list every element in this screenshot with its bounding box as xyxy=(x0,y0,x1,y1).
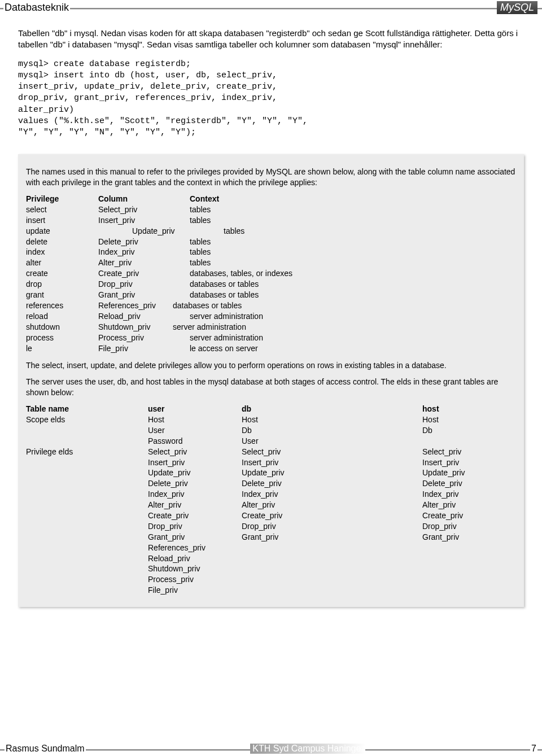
footer-author: Rasmus Sundmalm xyxy=(5,744,86,754)
header-right-badge: MySQL xyxy=(497,1,537,14)
header-rule xyxy=(0,8,542,10)
col-header-db: db xyxy=(242,404,422,414)
table-row: References_priv xyxy=(26,543,516,553)
table-row: UserDbDb xyxy=(26,425,516,436)
table-row: Scope eldsHostHostHost xyxy=(26,414,516,425)
box-paragraph-2: The select, insert, update, and delete p… xyxy=(26,360,516,371)
header-left-label: Databasteknik xyxy=(3,2,70,14)
table-row: alterAlter_privtables xyxy=(26,257,516,268)
table-row: Process_priv xyxy=(26,574,516,585)
table-row: Reload_priv xyxy=(26,553,516,564)
page-header: Databasteknik MySQL xyxy=(0,0,542,15)
table-row: Privilege eldsSelect_privSelect_privSele… xyxy=(26,447,516,457)
col-header-user: user xyxy=(148,404,242,414)
table-row: insertInsert_privtables xyxy=(26,215,516,226)
table-row: Index_privIndex_privIndex_priv xyxy=(26,489,516,500)
page-footer: Rasmus Sundmalm KTH Syd Campus Haninge 7 xyxy=(0,742,542,756)
col-header-context: Context xyxy=(190,194,516,204)
table-header: Privilege Column Context xyxy=(26,194,516,204)
table-row: shutdownShutdown_privserver administrati… xyxy=(26,322,516,333)
table-row: Create_privCreate_privCreate_priv xyxy=(26,510,516,521)
table-row: Drop_privDrop_privDrop_priv xyxy=(26,521,516,532)
page-number: 7 xyxy=(530,744,537,754)
table-row: grantGrant_privdatabases or tables xyxy=(26,290,516,300)
table-row: Update_privUpdate_privUpdate_priv xyxy=(26,467,516,478)
info-box: The names used in this manual to refer t… xyxy=(18,154,524,607)
intro-paragraph: Tabellen "db" i mysql. Nedan visas koden… xyxy=(18,28,524,51)
table-row: Delete_privDelete_privDelete_priv xyxy=(26,478,516,489)
table-row: selectSelect_privtables xyxy=(26,204,516,215)
sql-code-block: mysql> create database registerdb; mysql… xyxy=(18,59,524,139)
table-row: File_priv xyxy=(26,585,516,596)
table-row: Shutdown_priv xyxy=(26,563,516,574)
privilege-table: Privilege Column Context selectSelect_pr… xyxy=(26,194,516,353)
table-row: indexIndex_privtables xyxy=(26,247,516,257)
table-row: leFile_privle access on server xyxy=(26,343,516,354)
page-content: Tabellen "db" i mysql. Nedan visas koden… xyxy=(0,15,542,624)
table-row: PasswordUser xyxy=(26,436,516,447)
table-header: Table name user db host xyxy=(26,404,516,414)
table-row: Insert_privInsert_privInsert_priv xyxy=(26,457,516,468)
table-row: reloadReload_privserver administration xyxy=(26,311,516,322)
box-paragraph-1: The names used in this manual to refer t… xyxy=(26,167,516,188)
table-row: processProcess_privserver administration xyxy=(26,333,516,343)
table-row: updateUpdate_privtables xyxy=(26,226,516,237)
col-header-host: host xyxy=(422,404,516,414)
box-paragraph-3: The server uses the user, db, and host t… xyxy=(26,377,516,398)
table-row: Grant_privGrant_privGrant_priv xyxy=(26,532,516,543)
footer-institution: KTH Syd Campus Haninge xyxy=(250,744,365,754)
table-row: dropDrop_privdatabases or tables xyxy=(26,279,516,290)
table-row: referencesReferences_privdatabases or ta… xyxy=(26,300,516,311)
grant-table: Table name user db host Scope eldsHostHo… xyxy=(26,404,516,596)
table-row: Alter_privAlter_privAlter_priv xyxy=(26,500,516,510)
col-header-privilege: Privilege xyxy=(26,194,98,204)
col-header-column: Column xyxy=(98,194,190,204)
col-header-tablename: Table name xyxy=(26,404,148,414)
table-row: createCreate_privdatabases, tables, or i… xyxy=(26,268,516,279)
table-row: deleteDelete_privtables xyxy=(26,237,516,247)
